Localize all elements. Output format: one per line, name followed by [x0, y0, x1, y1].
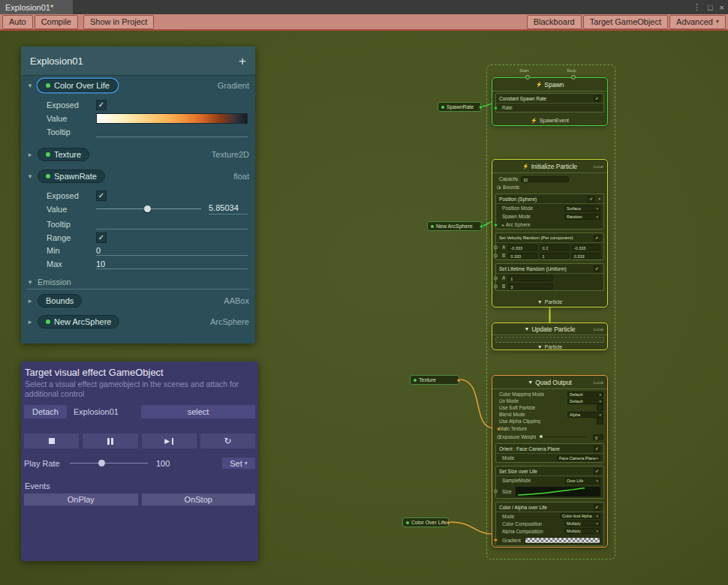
- initialize-context-node[interactable]: ⚡ Initialize Particle Local Capacity 32 …: [492, 159, 608, 308]
- size-curve-field[interactable]: [516, 487, 600, 496]
- alpha-clipping-checkbox[interactable]: [597, 418, 603, 424]
- close-window-icon[interactable]: ×: [720, 3, 724, 12]
- block-enabled-checkbox[interactable]: ✓: [594, 95, 600, 102]
- a-y-field[interactable]: 0.2: [540, 244, 569, 250]
- orient-block[interactable]: Orient : Face Camera Plane ✓ Mode Face C…: [495, 443, 604, 463]
- a-input-port[interactable]: [494, 276, 498, 280]
- chevron-right-icon[interactable]: ▸: [27, 318, 33, 326]
- update-context-node[interactable]: ▼ Update Particle Local ▼ Particle: [492, 322, 608, 350]
- compile-button[interactable]: Compile: [35, 15, 78, 29]
- property-node-new-arcsphere[interactable]: New ArcSphere: [427, 221, 482, 231]
- capacity-field[interactable]: 32: [521, 176, 569, 182]
- gradient-input-port[interactable]: [494, 538, 498, 542]
- output-port[interactable]: [480, 224, 483, 228]
- exposed-checkbox[interactable]: ✓: [96, 100, 107, 110]
- restore-window-icon[interactable]: □: [708, 3, 713, 12]
- size-input-port[interactable]: [494, 490, 498, 494]
- b-x-field[interactable]: 0.333: [508, 253, 537, 259]
- orient-mode-dropdown[interactable]: Face Camera Plane▾: [557, 455, 600, 461]
- a-x-field[interactable]: -0.333: [508, 244, 537, 250]
- spawn-start-port[interactable]: [525, 75, 530, 80]
- set-lifetime-random-block[interactable]: Set Lifetime Random (Uniform) ✓ A 1 B 3: [495, 263, 604, 291]
- constant-spawn-rate-block[interactable]: Constant Spawn Rate ✓ Rate: [495, 93, 604, 112]
- property-pill-spawnrate[interactable]: SpawnRate: [38, 170, 105, 183]
- block-enabled-checkbox[interactable]: ✓: [594, 266, 600, 272]
- range-checkbox[interactable]: ✓: [96, 232, 107, 243]
- arcsphere-input-port[interactable]: [494, 223, 498, 226]
- b-input-port[interactable]: [494, 284, 498, 288]
- b-z-field[interactable]: 0.333: [572, 253, 600, 259]
- color-alpha-over-life-block[interactable]: Color / Alpha over Life ✓ Mode Color And…: [495, 502, 604, 546]
- spawn-event-output-port[interactable]: ⚡ SpawnEvent: [492, 115, 607, 125]
- window-tab[interactable]: Explosion01*: [0, 0, 73, 14]
- b-y-field[interactable]: 1: [540, 253, 569, 259]
- block-enabled-checkbox[interactable]: ✓: [594, 504, 600, 511]
- tooltip-field[interactable]: [96, 126, 248, 137]
- block-enabled-checkbox[interactable]: ✓: [594, 235, 600, 242]
- slider-handle[interactable]: [144, 206, 151, 212]
- position-sphere-block[interactable]: Position (Sphere) ✓ ▾ Position Mode Surf…: [495, 194, 604, 230]
- exposure-weight-slider[interactable]: [540, 436, 586, 437]
- a-z-field[interactable]: -0.333: [572, 244, 600, 250]
- set-play-rate-dropdown[interactable]: Set▾: [222, 458, 255, 469]
- sample-mode-dropdown[interactable]: Over Life▾: [564, 478, 600, 484]
- color-composition-dropdown[interactable]: Multiply▾: [564, 520, 600, 526]
- exposed-checkbox[interactable]: ✓: [96, 190, 107, 201]
- chevron-down-icon[interactable]: ▾: [27, 82, 33, 89]
- output-port[interactable]: [479, 105, 483, 109]
- uv-mode-dropdown[interactable]: Default▾: [567, 398, 603, 404]
- a-input-port[interactable]: [494, 245, 498, 249]
- property-node-spawnrate[interactable]: SpawnRate: [438, 102, 481, 112]
- blackboard-toggle-button[interactable]: Blackboard: [527, 15, 582, 29]
- stop-button[interactable]: [24, 434, 79, 448]
- add-property-button[interactable]: +: [239, 55, 246, 68]
- particle-output-port[interactable]: ▼ Particle: [492, 344, 607, 350]
- gradient-field[interactable]: [525, 537, 600, 544]
- spawn-mode-dropdown[interactable]: Random▾: [564, 214, 600, 220]
- exposure-weight-input-port[interactable]: [497, 435, 501, 439]
- output-port[interactable]: [447, 520, 450, 524]
- chevron-right-icon[interactable]: ▸: [27, 297, 33, 304]
- step-button[interactable]: ▶: [142, 434, 197, 448]
- onplay-button[interactable]: OnPlay: [24, 494, 138, 506]
- empty-block-area[interactable]: [495, 337, 604, 343]
- main-texture-input-port[interactable]: [497, 427, 501, 430]
- select-button[interactable]: select: [141, 405, 255, 418]
- set-velocity-random-block[interactable]: Set Velocity Random (Per component) ✓ A …: [495, 232, 604, 260]
- chevron-right-icon[interactable]: ▸: [27, 151, 33, 158]
- slider-handle[interactable]: [98, 460, 105, 466]
- quad-output-context-node[interactable]: ▼ Quad Output Local Color Mapping Mode D…: [492, 375, 608, 548]
- space-badge[interactable]: Local: [594, 327, 603, 332]
- auto-button[interactable]: Auto: [2, 15, 33, 29]
- exposure-weight-field[interactable]: 0: [593, 434, 603, 440]
- blend-mode-dropdown[interactable]: Alpha▾: [567, 412, 603, 418]
- position-mode-dropdown[interactable]: Surface▾: [564, 206, 600, 212]
- set-size-over-life-block[interactable]: Set Size over Life ✓ SampleMode Over Lif…: [495, 466, 604, 499]
- tooltip-field[interactable]: [96, 218, 248, 230]
- max-field[interactable]: 10: [96, 258, 248, 269]
- space-badge[interactable]: Local: [594, 380, 603, 385]
- gradient-value-field[interactable]: [96, 113, 248, 124]
- restart-button[interactable]: ↻: [200, 434, 255, 448]
- color-mode-dropdown[interactable]: Color And Alpha▾: [560, 513, 600, 519]
- property-node-texture[interactable]: Texture: [410, 375, 459, 385]
- b-input-port[interactable]: [494, 254, 498, 257]
- block-enabled-checkbox[interactable]: ✓: [594, 468, 600, 475]
- bounds-input-port[interactable]: [497, 185, 501, 189]
- chevron-down-icon[interactable]: ▾: [598, 196, 600, 201]
- category-emission[interactable]: ▾ Emission: [27, 275, 249, 290]
- property-node-color-over-life[interactable]: Color Over Life: [402, 518, 449, 527]
- b-field[interactable]: 3: [508, 284, 553, 290]
- chevron-down-icon[interactable]: ▾: [27, 172, 33, 180]
- alpha-composition-dropdown[interactable]: Multiply▾: [564, 528, 600, 534]
- property-pill-bounds[interactable]: Bounds: [38, 294, 82, 308]
- kebab-menu-icon[interactable]: ⋮: [693, 2, 701, 12]
- update-node-header[interactable]: ▼ Update Particle Local: [492, 323, 607, 335]
- spawn-stop-port[interactable]: [571, 75, 576, 80]
- value-field[interactable]: 5.85034: [209, 203, 248, 214]
- onstop-button[interactable]: OnStop: [142, 494, 256, 506]
- output-port[interactable]: [457, 378, 461, 382]
- property-pill-new-arcsphere[interactable]: New ArcSphere: [38, 315, 119, 328]
- pause-button[interactable]: [83, 434, 137, 448]
- spawn-context-node[interactable]: ⚡ Spawn Constant Spawn Rate ✓ Rate ⚡ Spa…: [492, 77, 608, 126]
